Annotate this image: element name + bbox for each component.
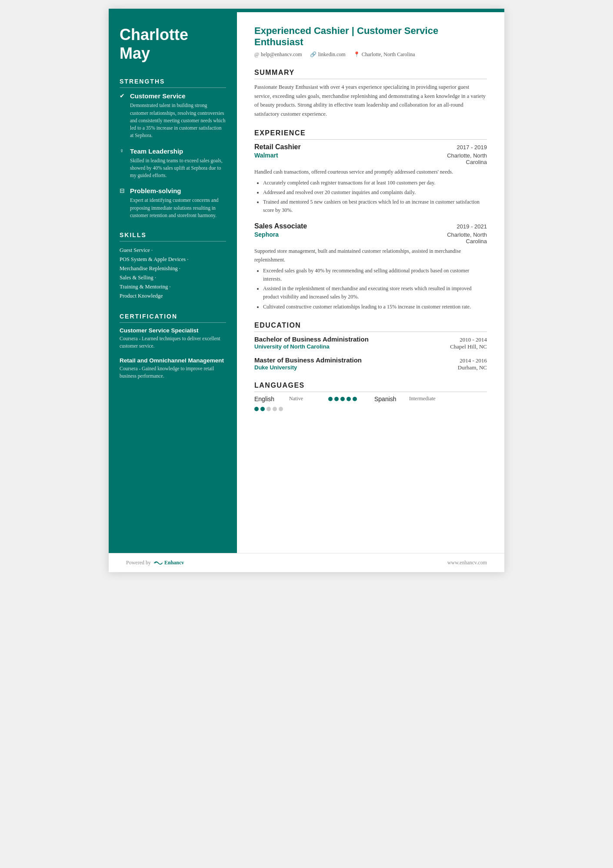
- sidebar: CharlotteMay STRENGTHS ✔ Customer Servic…: [109, 12, 237, 553]
- cert-desc-2: Coursera - Gained knowledge to improve r…: [120, 365, 226, 380]
- education-section: EDUCATION Bachelor of Business Administr…: [254, 322, 487, 371]
- exp-company-2: Sephora: [254, 231, 279, 238]
- dot-2-2: [260, 407, 265, 411]
- skill-5: Training & Mentoring ·: [120, 282, 226, 292]
- dot-1-1: [328, 397, 333, 401]
- bullet-1-1: Accurately completed cash register trans…: [263, 179, 487, 187]
- experience-section: EXPERIENCE Retail Cashier 2017 - 2019 Wa…: [254, 129, 487, 311]
- dot-2-4: [273, 407, 277, 411]
- strength-title-2: Team Leadership: [130, 147, 183, 155]
- linkedin-icon: 🔗: [310, 51, 316, 58]
- bullet-2-3: Cultivated constructive customer relatio…: [263, 303, 487, 311]
- cert-section: CERTIFICATION Customer Service Specialis…: [120, 313, 226, 380]
- skill-3: Merchandise Replenishing ·: [120, 264, 226, 273]
- exp-company-1: Walmart: [254, 152, 278, 159]
- cert-item-1: Customer Service Specialist Coursera - L…: [120, 327, 226, 350]
- exp-dates-2: 2019 - 2021: [457, 223, 487, 230]
- dot-1-4: [346, 397, 351, 401]
- lang-level-1: Native: [289, 395, 324, 402]
- strength-desc-2: Skilled in leading teams to exceed sales…: [130, 157, 226, 180]
- dot-1-2: [334, 397, 339, 401]
- lang-name-1: English: [254, 395, 285, 402]
- skills-title: SKILLS: [120, 231, 226, 241]
- edu-location-2: Durham, NC: [458, 364, 487, 371]
- powered-by-text: Powered by: [126, 560, 151, 566]
- exp-bullets-1: Accurately completed cash register trans…: [254, 179, 487, 215]
- exp-location-2: Charlotte, NorthCarolina: [447, 231, 487, 245]
- exp-intro-2: Supported store management, built and ma…: [254, 247, 487, 264]
- languages-row: English Native Spanish Intermediate: [254, 395, 487, 411]
- resume-footer: Powered by Enhancv www.enhancv.com: [109, 553, 504, 572]
- exp-entry-1: Retail Cashier 2017 - 2019 Walmart Charl…: [254, 143, 487, 215]
- exp-entry-2: Sales Associate 2019 - 2021 Sephora Char…: [254, 222, 487, 311]
- edu-dates-1: 2010 - 2014: [460, 336, 487, 343]
- lang-dots-1: [328, 397, 357, 401]
- strength-desc-3: Expert at identifying customer concerns …: [130, 197, 226, 219]
- cert-title: CERTIFICATION: [120, 313, 226, 323]
- candidate-name: CharlotteMay: [120, 25, 226, 63]
- summary-title: SUMMARY: [254, 69, 487, 79]
- bullet-1-2: Addressed and resolved over 20 customer …: [263, 188, 487, 197]
- exp-dates-1: 2017 - 2019: [457, 144, 487, 151]
- strengths-section: STRENGTHS ✔ Customer Service Demonstrate…: [120, 78, 226, 219]
- exp-title-2: Sales Associate: [254, 222, 307, 230]
- strength-title-1: Customer Service: [130, 92, 186, 100]
- lang-name-2: Spanish: [374, 395, 405, 402]
- cert-item-2: Retail and Omnichannel Management Course…: [120, 357, 226, 380]
- strength-title-3: Problem-solving: [130, 187, 181, 194]
- edu-entry-1: Bachelor of Business Administration 2010…: [254, 335, 487, 350]
- email-icon: @: [254, 51, 259, 58]
- summary-text: Passionate Beauty Enthusiast with over 4…: [254, 83, 487, 119]
- contact-email: @ help@enhancv.com: [254, 51, 302, 58]
- education-title: EDUCATION: [254, 322, 487, 332]
- edu-degree-2: Master of Business Administration: [254, 356, 362, 364]
- person-icon: ♀: [120, 147, 127, 154]
- exp-title-1: Retail Cashier: [254, 143, 301, 151]
- main-content: Experienced Cashier | Customer Service E…: [237, 12, 504, 553]
- strengths-title: STRENGTHS: [120, 78, 226, 88]
- resume-wrapper: CharlotteMay STRENGTHS ✔ Customer Servic…: [109, 9, 504, 572]
- resume-body: CharlotteMay STRENGTHS ✔ Customer Servic…: [109, 12, 504, 553]
- bullet-2-1: Exceeded sales goals by 40% by recommend…: [263, 267, 487, 283]
- strength-desc-1: Demonstrated talent in building strong c…: [130, 102, 226, 139]
- languages-section: LANGUAGES English Native Spanish Interme…: [254, 382, 487, 411]
- contact-linkedin: 🔗 linkedin.com: [310, 51, 346, 58]
- languages-title: LANGUAGES: [254, 382, 487, 392]
- experience-title: EXPERIENCE: [254, 129, 487, 140]
- contact-location: 📍 Charlotte, North Carolina: [353, 51, 415, 58]
- checkmark-icon: ✔: [120, 92, 127, 100]
- edu-school-1: University of North Carolina: [254, 343, 330, 350]
- top-bar: [109, 9, 504, 12]
- exp-intro-1: Handled cash transactions, offered court…: [254, 168, 487, 176]
- dot-2-5: [279, 407, 283, 411]
- bullet-2-2: Assisted in the replenishment of merchan…: [263, 285, 487, 301]
- footer-left: Powered by Enhancv: [126, 560, 184, 566]
- lang-dots-2: [254, 407, 283, 411]
- cert-name-1: Customer Service Specialist: [120, 327, 226, 334]
- puzzle-icon: ⊟: [120, 187, 127, 194]
- dot-2-1: [254, 407, 259, 411]
- cert-desc-1: Coursera - Learned techniques to deliver…: [120, 335, 226, 350]
- skill-4: Sales & Selling ·: [120, 273, 226, 282]
- cert-name-2: Retail and Omnichannel Management: [120, 357, 226, 364]
- edu-location-1: Chapel Hill, NC: [450, 343, 487, 350]
- edu-entry-2: Master of Business Administration 2014 -…: [254, 356, 487, 371]
- enhancv-logo: Enhancv: [153, 560, 184, 566]
- brand-name: Enhancv: [164, 560, 184, 566]
- bullet-1-3: Trained and mentored 5 new cashiers on b…: [263, 198, 487, 214]
- location-icon: 📍: [353, 51, 360, 58]
- strength-item-2: ♀ Team Leadership Skilled in leading tea…: [120, 147, 226, 180]
- exp-location-1: Charlotte, NorthCarolina: [447, 152, 487, 165]
- skill-6: Product Knowledge: [120, 292, 226, 301]
- skill-1: Guest Service ·: [120, 246, 226, 255]
- exp-bullets-2: Exceeded sales goals by 40% by recommend…: [254, 267, 487, 311]
- dot-2-3: [267, 407, 271, 411]
- edu-degree-1: Bachelor of Business Administration: [254, 335, 369, 343]
- skills-section: SKILLS Guest Service · POS System & Appl…: [120, 231, 226, 301]
- dot-1-3: [340, 397, 345, 401]
- footer-website: www.enhancv.com: [447, 560, 487, 566]
- main-headline: Experienced Cashier | Customer Service E…: [254, 25, 487, 48]
- strength-item-1: ✔ Customer Service Demonstrated talent i…: [120, 92, 226, 139]
- dot-1-5: [353, 397, 357, 401]
- edu-dates-2: 2014 - 2016: [460, 357, 487, 364]
